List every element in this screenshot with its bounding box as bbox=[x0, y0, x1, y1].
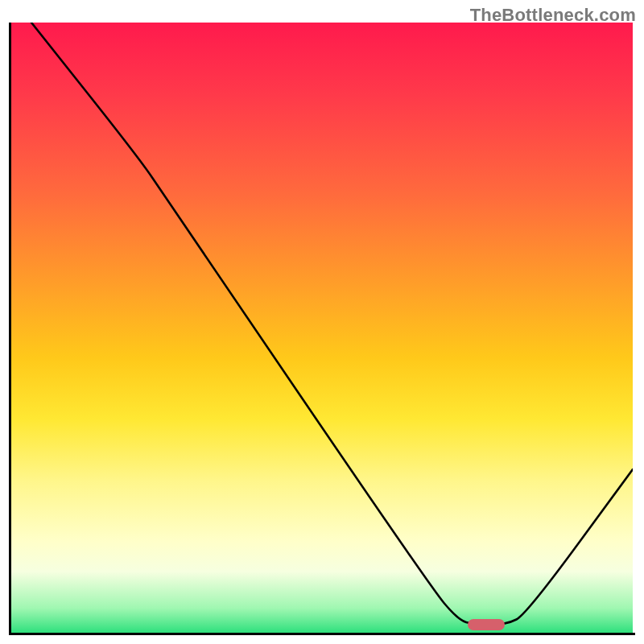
chart-container: TheBottleneck.com bbox=[0, 0, 644, 644]
curve-layer bbox=[11, 23, 633, 633]
optimum-marker bbox=[468, 619, 505, 630]
watermark-text: TheBottleneck.com bbox=[470, 5, 636, 26]
bottleneck-curve bbox=[31, 23, 633, 625]
x-axis-line bbox=[9, 633, 635, 635]
y-axis-line bbox=[9, 23, 11, 633]
